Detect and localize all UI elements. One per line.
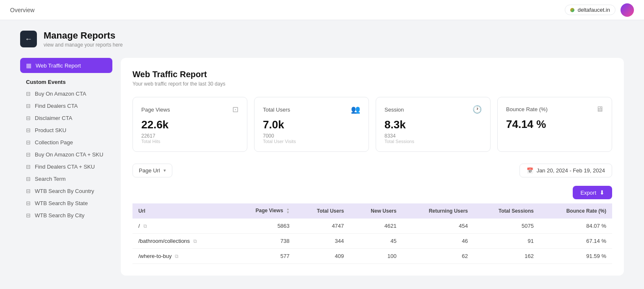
table-cell-url: /where-to-buy ⧉: [132, 249, 231, 264]
sidebar-sub-icon: ⊟: [26, 164, 31, 170]
sidebar-sub-item[interactable]: ⊟ WTB Search By City: [20, 209, 112, 221]
sidebar-sub-label: Buy On Amazon CTA + SKU: [35, 151, 103, 158]
table-cell-total-sessions: 5075: [474, 219, 540, 234]
sidebar-sub-icon: ⊟: [26, 115, 31, 121]
filter-dropdown[interactable]: Page Url ▾: [132, 164, 172, 177]
table-header: Url Page Views ▲▼ Total Users New Users …: [132, 203, 612, 219]
sidebar-sub-icon: ⊟: [26, 103, 31, 109]
table-cell-page-views: 738: [231, 234, 296, 249]
sidebar-sub-label: Product SKU: [35, 127, 66, 133]
sidebar-sub-icon: ⊟: [26, 200, 31, 206]
page-title: Manage Reports: [44, 30, 123, 41]
sidebar-sub-label: WTB Search By Country: [35, 188, 94, 194]
page-header-text: Manage Reports view and manage your repo…: [44, 30, 123, 48]
top-nav-right: deltafaucet.in: [565, 3, 634, 17]
stat-card: Bounce Rate (%) 🖥 74.14 %: [497, 97, 612, 152]
report-subtitle: Your web traffic report for the last 30 …: [132, 81, 612, 87]
sidebar-sub-label: WTB Search By State: [35, 200, 88, 206]
table-cell-page-views: 5863: [231, 219, 296, 234]
back-arrow-icon: ←: [25, 35, 32, 44]
sidebar-sub-item[interactable]: ⊟ WTB Search By State: [20, 197, 112, 209]
sidebar-sub-item[interactable]: ⊟ Find Dealers CTA + SKU: [20, 161, 112, 173]
stat-icon: 👥: [351, 105, 360, 114]
copy-icon[interactable]: ⧉: [143, 223, 147, 229]
stat-desc: Total Hits: [141, 139, 239, 144]
col-bounce-rate: Bounce Rate (%): [540, 203, 612, 219]
table-cell-returning-users: 62: [402, 249, 474, 264]
export-button[interactable]: Export ⬇: [573, 186, 612, 199]
data-table: Url Page Views ▲▼ Total Users New Users …: [132, 203, 612, 264]
chevron-down-icon: ▾: [164, 168, 166, 173]
stat-raw: 22617: [141, 133, 239, 139]
stat-label: Page Views: [141, 107, 170, 113]
url-text: /: [138, 223, 140, 229]
stat-desc: Total User Visits: [263, 139, 360, 144]
sidebar-sub-label: Search Term: [35, 176, 65, 182]
date-range-picker[interactable]: 📅 Jan 20, 2024 - Feb 19, 2024: [519, 164, 612, 177]
url-text: /where-to-buy: [138, 253, 171, 259]
stat-raw: 8334: [384, 133, 482, 139]
sort-icon: ▲▼: [286, 208, 290, 214]
sidebar-sub-icon: ⊟: [26, 139, 31, 146]
sidebar-item-web-traffic[interactable]: ▦ Web Traffic Report: [20, 58, 112, 73]
copy-icon[interactable]: ⧉: [193, 238, 197, 244]
site-selector[interactable]: deltafaucet.in: [565, 5, 615, 15]
table-cell-total-users: 344: [296, 234, 350, 249]
table-actions: Export ⬇: [132, 186, 612, 199]
filter-row: Page Url ▾ 📅 Jan 20, 2024 - Feb 19, 2024: [132, 164, 612, 177]
page-header: ← Manage Reports view and manage your re…: [20, 30, 624, 48]
table-cell-total-sessions: 162: [474, 249, 540, 264]
sidebar-sub-icon: ⊟: [26, 91, 31, 97]
download-icon: ⬇: [600, 189, 605, 196]
sidebar-sub-label: Collection Page: [35, 139, 73, 146]
stat-desc: Total Sessions: [384, 139, 482, 144]
stat-value: 22.6k: [141, 118, 239, 131]
site-name: deltafaucet.in: [578, 7, 610, 13]
sidebar-sub-item[interactable]: ⊟ Find Dealers CTA: [20, 100, 112, 112]
stat-card-header: Session 🕐: [384, 105, 482, 114]
table-cell-bounce-rate: 67.14 %: [540, 234, 612, 249]
col-total-users: Total Users: [296, 203, 350, 219]
sidebar-sub-icon: ⊟: [26, 188, 31, 194]
export-label: Export: [580, 190, 596, 196]
stat-label: Bounce Rate (%): [506, 106, 548, 112]
stat-card: Session 🕐 8.3k 8334 Total Sessions: [376, 97, 491, 152]
stat-icon: 🕐: [473, 105, 482, 114]
sidebar-item-label: Web Traffic Report: [36, 62, 81, 69]
stat-value: 7.0k: [263, 118, 360, 131]
table-cell-new-users: 45: [350, 234, 402, 249]
stat-value: 8.3k: [384, 118, 482, 131]
report-content: Web Traffic Report Your web traffic repo…: [121, 58, 624, 276]
sidebar-sub-item[interactable]: ⊟ Product SKU: [20, 124, 112, 136]
table-cell-new-users: 100: [350, 249, 402, 264]
sidebar-sub-item[interactable]: ⊟ Buy On Amazon CTA: [20, 88, 112, 100]
back-button[interactable]: ←: [20, 31, 37, 47]
sidebar-sub-item[interactable]: ⊟ Collection Page: [20, 136, 112, 148]
sidebar-sub-item[interactable]: ⊟ Buy On Amazon CTA + SKU: [20, 148, 112, 161]
sidebar-sub-items-list: ⊟ Buy On Amazon CTA ⊟ Find Dealers CTA ⊟…: [20, 88, 112, 221]
stat-label: Session: [384, 107, 404, 113]
col-new-users: New Users: [350, 203, 402, 219]
stat-card: Page Views ⊡ 22.6k 22617 Total Hits: [132, 97, 247, 152]
sidebar-sub-label: Disclaimer CTA: [35, 115, 72, 121]
col-total-sessions: Total Sessions: [474, 203, 540, 219]
content-area: ▦ Web Traffic Report Custom Events ⊟ Buy…: [20, 58, 624, 276]
top-nav: Overview deltafaucet.in: [0, 0, 644, 20]
col-returning-users: Returning Users: [402, 203, 474, 219]
avatar[interactable]: [621, 3, 634, 17]
sidebar-sub-icon: ⊟: [26, 151, 31, 158]
table-row: /where-to-buy ⧉ 577 409 100 62 162 91.59…: [132, 249, 612, 264]
sidebar-sub-item[interactable]: ⊟ WTB Search By Country: [20, 185, 112, 197]
copy-icon[interactable]: ⧉: [175, 253, 179, 259]
table-row: /bathroom/collections ⧉ 738 344 45 46 91…: [132, 234, 612, 249]
sidebar-sub-item[interactable]: ⊟ Search Term: [20, 173, 112, 185]
overview-label[interactable]: Overview: [10, 7, 34, 13]
report-title: Web Traffic Report: [132, 70, 612, 79]
sidebar-sub-label: Find Dealers CTA + SKU: [35, 164, 95, 170]
web-traffic-icon: ▦: [26, 62, 31, 69]
sidebar-sub-item[interactable]: ⊟ Disclaimer CTA: [20, 112, 112, 124]
table-cell-page-views: 577: [231, 249, 296, 264]
table-cell-bounce-rate: 84.07 %: [540, 219, 612, 234]
col-page-views[interactable]: Page Views ▲▼: [231, 203, 296, 219]
sidebar-sub-label: Find Dealers CTA: [35, 103, 78, 109]
